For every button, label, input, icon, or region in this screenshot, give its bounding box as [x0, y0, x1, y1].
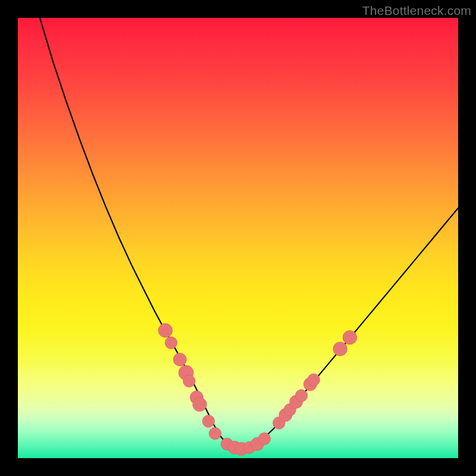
data-dot [333, 342, 347, 356]
data-dots [158, 324, 357, 456]
watermark-text: TheBottleneck.com [362, 4, 471, 18]
data-dot [202, 415, 215, 427]
data-dot [173, 353, 186, 366]
data-dot [183, 375, 196, 387]
data-dot [308, 374, 320, 386]
data-dot [193, 397, 207, 412]
bottleneck-curve [40, 18, 458, 449]
chart-overlay [18, 18, 458, 458]
data-dot [258, 433, 271, 445]
data-dot [295, 390, 308, 402]
data-dot [158, 324, 173, 338]
data-dot [165, 337, 177, 349]
data-dot [209, 427, 221, 440]
data-dot [343, 330, 357, 345]
chart-frame: TheBottleneck.com [0, 0, 476, 476]
